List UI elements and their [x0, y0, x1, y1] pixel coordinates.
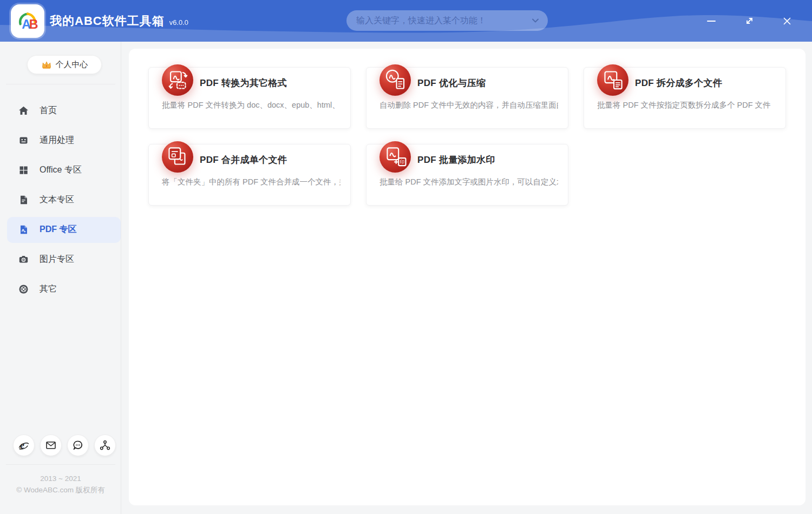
copyright: 2013 ~ 2021 © WodeABC.com 版权所有	[0, 473, 121, 496]
windows-icon	[18, 165, 29, 175]
compass-icon	[18, 284, 29, 294]
sidebar-item-label: 其它	[40, 284, 57, 295]
personal-center-label: 个人中心	[56, 60, 88, 70]
website-button[interactable]: e	[13, 434, 35, 456]
close-button[interactable]	[774, 8, 800, 34]
copyright-owner: © WodeABC.com 版权所有	[0, 484, 121, 496]
main-content-panel: PDF 转换为其它格式 批量将 PDF 文件转换为 doc、docx、epub、…	[129, 49, 806, 505]
pdf-compress-icon	[379, 64, 411, 96]
sidebar-item-label: Office 专区	[40, 164, 82, 176]
sidebar-social-links: e	[13, 434, 116, 456]
chevron-down-icon[interactable]	[531, 16, 540, 25]
chat-button[interactable]	[67, 434, 89, 456]
mail-button[interactable]	[40, 434, 62, 456]
sidebar-divider	[6, 464, 115, 465]
sidebar-item-label: 首页	[40, 105, 57, 116]
share-network-icon	[99, 439, 111, 451]
copyright-years: 2013 ~ 2021	[0, 473, 121, 484]
sidebar-item-label: 文本专区	[40, 194, 74, 206]
card-description: 将「文件夹」中的所有 PDF 文件合并成一个文件，并	[162, 177, 340, 187]
camera-icon	[18, 254, 29, 265]
share-button[interactable]	[94, 434, 116, 456]
close-icon	[783, 17, 791, 25]
sidebar-item-label: PDF 专区	[40, 224, 76, 235]
personal-center-button[interactable]: 个人中心	[27, 55, 102, 74]
card-pdf-split[interactable]: PDF 拆分成多个文件 批量将 PDF 文件按指定页数拆分成多个 PDF 文件	[584, 67, 786, 129]
text-document-icon	[18, 195, 29, 205]
sidebar-item-home[interactable]: 首页	[0, 96, 121, 126]
sidebar-item-label: 通用处理	[40, 135, 74, 146]
pdf-watermark-icon: 印	[379, 141, 411, 173]
card-title: PDF 批量添加水印	[417, 154, 495, 166]
stamp-character: 印	[400, 160, 404, 164]
app-logo: A B	[11, 4, 44, 38]
sidebar-divider	[6, 84, 115, 84]
logo-letter-b: B	[29, 17, 38, 31]
search-input[interactable]	[356, 16, 531, 25]
sidebar-item-label: 图片专区	[40, 254, 74, 265]
card-title: PDF 拆分成多个文件	[635, 77, 722, 89]
ie-browser-icon: e	[18, 439, 30, 451]
card-title: PDF 转换为其它格式	[200, 77, 287, 89]
resize-icon	[745, 16, 754, 25]
sidebar: 个人中心 首页 通用处理	[0, 42, 121, 514]
window-controls	[698, 0, 812, 42]
sidebar-item-image[interactable]: 图片专区	[0, 245, 121, 274]
chat-icon	[72, 439, 84, 451]
minimize-icon	[707, 17, 716, 25]
robot-face-icon	[18, 135, 29, 146]
app-title: 我的ABC软件工具箱 v6.0.0	[50, 0, 188, 42]
app-version: v6.0.0	[169, 18, 188, 27]
app-name: 我的ABC软件工具箱	[50, 13, 165, 29]
card-title: PDF 优化与压缩	[417, 77, 486, 89]
sidebar-item-pdf[interactable]: PDF 专区	[0, 215, 121, 245]
sidebar-item-other[interactable]: 其它	[0, 274, 121, 304]
crown-icon	[41, 60, 52, 69]
pdf-split-icon	[597, 64, 628, 96]
pdf-document-icon	[18, 225, 29, 235]
pdf-merge-icon	[162, 141, 193, 173]
card-description: 自动删除 PDF 文件中无效的内容，并自动压缩里面的	[379, 100, 558, 110]
card-title: PDF 合并成单个文件	[200, 154, 287, 166]
card-pdf-compress[interactable]: PDF 优化与压缩 自动删除 PDF 文件中无效的内容，并自动压缩里面的	[366, 67, 568, 129]
mail-icon	[45, 439, 57, 451]
sidebar-nav: 首页 通用处理 Office 专区	[0, 96, 121, 304]
sidebar-item-text[interactable]: 文本专区	[0, 185, 121, 215]
sidebar-item-general[interactable]: 通用处理	[0, 126, 121, 155]
card-description: 批量给 PDF 文件添加文字或图片水印，可以自定义水	[379, 177, 558, 187]
card-pdf-watermark[interactable]: 印 PDF 批量添加水印 批量给 PDF 文件添加文字或图片水印，可以自定义水	[366, 144, 568, 206]
sidebar-item-office[interactable]: Office 专区	[0, 155, 121, 185]
home-icon	[18, 106, 29, 116]
minimize-button[interactable]	[698, 8, 724, 34]
maximize-button[interactable]	[736, 8, 762, 34]
title-bar: A B 我的ABC软件工具箱 v6.0.0	[0, 0, 812, 42]
feature-card-grid: PDF 转换为其它格式 批量将 PDF 文件转换为 doc、docx、epub、…	[148, 67, 787, 206]
quick-search-box[interactable]	[346, 10, 548, 31]
card-pdf-convert[interactable]: PDF 转换为其它格式 批量将 PDF 文件转换为 doc、docx、epub、…	[148, 67, 351, 129]
card-description: 批量将 PDF 文件转换为 doc、docx、epub、html、	[162, 100, 340, 110]
card-description: 批量将 PDF 文件按指定页数拆分成多个 PDF 文件	[597, 100, 776, 110]
pdf-convert-icon	[162, 64, 193, 96]
card-pdf-merge[interactable]: PDF 合并成单个文件 将「文件夹」中的所有 PDF 文件合并成一个文件，并	[148, 144, 351, 206]
